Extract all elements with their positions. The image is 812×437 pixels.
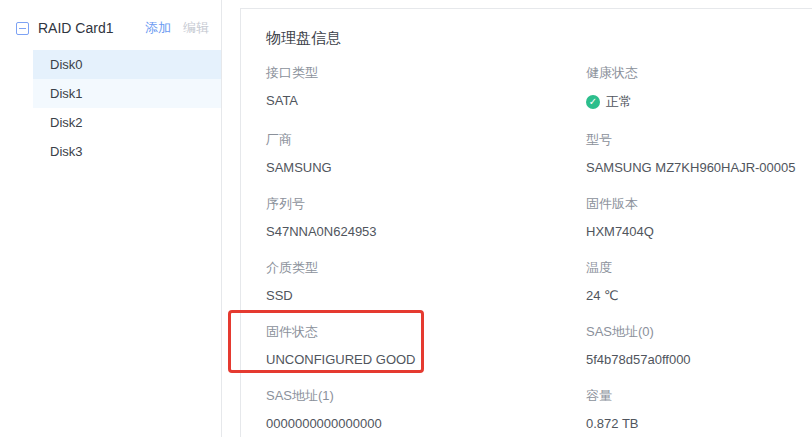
field-value: 5f4b78d57a0ff000 xyxy=(586,352,812,367)
field-temperature: 温度 24 ℃ xyxy=(586,259,812,303)
sidebar-item-disk3[interactable]: Disk3 xyxy=(33,137,221,166)
field-value: HXM7404Q xyxy=(586,224,812,239)
field-value: ✓ 正常 xyxy=(586,93,812,111)
field-model: 型号 SAMSUNG MZ7KH960HAJR-00005 xyxy=(586,131,812,175)
field-label: 固件版本 xyxy=(586,195,812,213)
field-label: 容量 xyxy=(586,387,812,405)
field-sas-address-1: SAS地址(1) 0000000000000000 xyxy=(266,387,586,431)
field-label: 厂商 xyxy=(266,131,586,149)
page-title: 物理盘信息 xyxy=(266,29,812,48)
field-label: 型号 xyxy=(586,131,812,149)
field-value: SSD xyxy=(266,288,586,303)
sidebar-item-disk1[interactable]: Disk1 xyxy=(33,79,221,108)
health-status-text: 正常 xyxy=(606,93,632,111)
field-label: 健康状态 xyxy=(586,64,812,82)
field-interface-type: 接口类型 SATA xyxy=(266,64,586,111)
field-label: 序列号 xyxy=(266,195,586,213)
physical-disk-panel: 物理盘信息 接口类型 SATA 健康状态 ✓ 正常 厂商 SAMSUNG 型号 … xyxy=(240,8,812,437)
field-firmware-version: 固件版本 HXM7404Q xyxy=(586,195,812,239)
disk-info-grid: 接口类型 SATA 健康状态 ✓ 正常 厂商 SAMSUNG 型号 SAMSUN… xyxy=(266,64,812,431)
add-link[interactable]: 添加 xyxy=(145,19,171,37)
field-serial-number: 序列号 S47NNA0N624953 xyxy=(266,195,586,239)
field-capacity: 容量 0.872 TB xyxy=(586,387,812,431)
field-label: 固件状态 xyxy=(266,323,586,341)
field-health-status: 健康状态 ✓ 正常 xyxy=(586,64,812,111)
disk-list: Disk0 Disk1 Disk2 Disk3 xyxy=(0,50,221,166)
field-label: 温度 xyxy=(586,259,812,277)
field-media-type: 介质类型 SSD xyxy=(266,259,586,303)
edit-link[interactable]: 编辑 xyxy=(183,19,209,37)
field-label: SAS地址(1) xyxy=(266,387,586,405)
field-value: S47NNA0N624953 xyxy=(266,224,586,239)
field-label: SAS地址(0) xyxy=(586,323,812,341)
sidebar-item-disk2[interactable]: Disk2 xyxy=(33,108,221,137)
field-vendor: 厂商 SAMSUNG xyxy=(266,131,586,175)
field-label: 介质类型 xyxy=(266,259,586,277)
raid-card-label: RAID Card1 xyxy=(38,20,145,36)
raid-tree-sidebar: RAID Card1 添加 编辑 Disk0 Disk1 Disk2 Disk3 xyxy=(0,0,222,437)
collapse-minus-icon[interactable] xyxy=(16,22,29,35)
field-value: SAMSUNG xyxy=(266,160,586,175)
sidebar-item-disk0[interactable]: Disk0 xyxy=(33,50,221,79)
field-value: UNCONFIGURED GOOD xyxy=(266,352,586,367)
field-label: 接口类型 xyxy=(266,64,586,82)
field-firmware-state: 固件状态 UNCONFIGURED GOOD xyxy=(266,323,586,367)
raid-card-node[interactable]: RAID Card1 添加 编辑 xyxy=(0,8,221,48)
field-value: 0000000000000000 xyxy=(266,416,586,431)
field-value: 0.872 TB xyxy=(586,416,812,431)
field-value: SAMSUNG MZ7KH960HAJR-00005 xyxy=(586,160,812,175)
check-circle-icon: ✓ xyxy=(586,95,600,109)
field-value: 24 ℃ xyxy=(586,288,812,303)
field-sas-address-0: SAS地址(0) 5f4b78d57a0ff000 xyxy=(586,323,812,367)
field-value: SATA xyxy=(266,93,586,108)
